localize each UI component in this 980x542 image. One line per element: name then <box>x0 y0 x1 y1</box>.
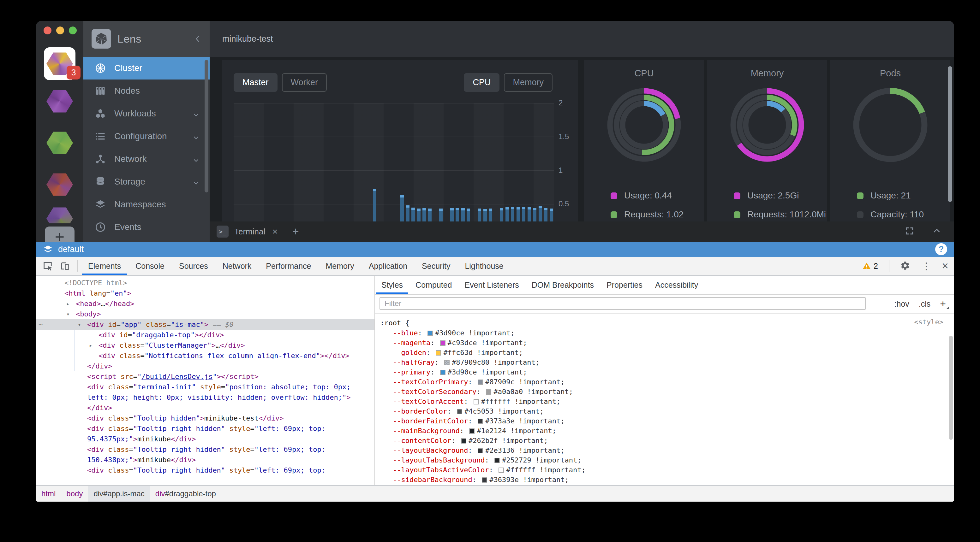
breadcrumb-item[interactable]: html <box>36 486 61 502</box>
dom-node-line[interactable]: <div class="Tooltip right hidden" style=… <box>36 423 374 434</box>
dom-node-line[interactable]: <div class="terminal-init" style="positi… <box>36 382 374 392</box>
devtools-tab-memory[interactable]: Memory <box>318 257 361 275</box>
devtools-tab-security[interactable]: Security <box>415 257 458 275</box>
dom-node-line[interactable]: <div id="draggable-top"></div> <box>36 330 374 340</box>
dom-node-line[interactable]: <html lang="en"> <box>36 288 374 298</box>
sidebar-item-configuration[interactable]: Configuration <box>83 125 210 147</box>
dom-node-line[interactable]: <div class="Tooltip right hidden" style=… <box>36 444 374 455</box>
namespace-name[interactable]: default <box>58 244 84 254</box>
styles-filter-input[interactable] <box>380 297 866 310</box>
dom-node-line[interactable]: </div> <box>36 361 374 371</box>
cluster-green-icon[interactable] <box>44 131 75 155</box>
expand-arrow-closed-icon[interactable]: ▸ <box>66 298 70 309</box>
cluster-purple-icon[interactable] <box>44 90 75 113</box>
console-warning-badge[interactable]: 2 <box>862 261 878 271</box>
css-variable-line[interactable]: --borderFaintColor: #373a3e !important; <box>380 416 954 426</box>
sidebar-item-cluster[interactable]: Cluster <box>83 57 210 79</box>
zoom-button[interactable] <box>69 27 77 34</box>
css-variable-line[interactable]: --textColorSecondary: #a0a0a0 !important… <box>380 387 954 396</box>
devtools-tab-sources[interactable]: Sources <box>172 257 215 275</box>
color-swatch[interactable] <box>461 438 466 444</box>
expand-arrow-open-icon[interactable]: ▾ <box>66 309 70 319</box>
expand-arrow-closed-icon[interactable]: ▸ <box>89 340 92 350</box>
styles-tab-styles[interactable]: Styles <box>375 276 409 294</box>
node-options-icon[interactable]: ⋯ <box>38 319 43 330</box>
sidebar-scrollbar[interactable] <box>205 60 208 192</box>
sidebar-item-network[interactable]: Network <box>83 147 210 170</box>
dom-node-line[interactable]: ▸<div class="ClusterManager">…</div> <box>36 340 374 350</box>
color-swatch[interactable] <box>440 341 445 346</box>
css-rules[interactable]: :root { <style> --blue: #3d90ce !importa… <box>375 314 954 502</box>
color-swatch[interactable] <box>444 360 450 365</box>
content-scrollbar[interactable] <box>948 66 952 202</box>
dom-node-selected[interactable]: ⋯▾<div id="app" class="is-mac"> == $0 <box>36 319 374 330</box>
dom-node-line[interactable]: <div class="Tooltip hidden">minikube-tes… <box>36 413 374 423</box>
sidebar-item-nodes[interactable]: Nodes <box>83 79 210 102</box>
css-variable-line[interactable]: --layoutTabsActiveColor: #ffffff !import… <box>380 465 954 475</box>
css-variable-line[interactable]: --halfGray: #87909c80 !important; <box>380 357 954 367</box>
dom-node-line[interactable]: <div class="Notifications flex column al… <box>36 350 374 361</box>
elements-tree[interactable]: <!DOCTYPE html><html lang="en">▸<head>…<… <box>36 276 374 486</box>
styles-tab-properties[interactable]: Properties <box>600 276 649 294</box>
color-swatch[interactable] <box>457 409 462 414</box>
css-variable-line[interactable]: --layoutTabsBackground: #252729 !importa… <box>380 455 954 465</box>
class-toggle[interactable]: .cls <box>919 300 931 309</box>
color-swatch[interactable] <box>474 399 479 404</box>
color-swatch[interactable] <box>495 458 500 463</box>
devtools-tab-application[interactable]: Application <box>361 257 415 275</box>
terminal-close-icon[interactable]: × <box>272 226 278 237</box>
node-tab-worker[interactable]: Worker <box>282 73 327 92</box>
color-swatch[interactable] <box>469 428 474 434</box>
devtools-tab-network[interactable]: Network <box>215 257 259 275</box>
devtools-tab-console[interactable]: Console <box>128 257 172 275</box>
pseudo-state-toggle[interactable]: :hov <box>894 300 909 309</box>
styles-tab-event-listeners[interactable]: Event Listeners <box>458 276 525 294</box>
styles-tab-accessibility[interactable]: Accessibility <box>649 276 705 294</box>
color-swatch[interactable] <box>478 448 483 453</box>
css-variable-line[interactable]: --contentColor: #262b2f !important; <box>380 436 954 445</box>
devtools-tab-lighthouse[interactable]: Lighthouse <box>458 257 511 275</box>
devtools-settings-icon[interactable] <box>900 261 911 271</box>
breadcrumb-item[interactable]: div#draggable-top <box>150 486 221 502</box>
css-variable-line[interactable]: --magenta: #c93dce !important; <box>380 338 954 348</box>
dom-node-line[interactable]: </div> <box>36 403 374 413</box>
css-variable-line[interactable]: --textColorAccent: #ffffff !important; <box>380 396 954 406</box>
styles-tab-dom-breakpoints[interactable]: DOM Breakpoints <box>525 276 600 294</box>
color-swatch[interactable] <box>428 331 433 336</box>
css-source-link[interactable]: <style> <box>914 318 943 326</box>
dom-node-line[interactable]: 95.4375px;">minikube</div> <box>36 434 374 444</box>
styles-tab-computed[interactable]: Computed <box>409 276 458 294</box>
device-toolbar-icon[interactable] <box>59 261 70 271</box>
cluster-partial-icon[interactable] <box>44 207 75 223</box>
sidebar-item-events[interactable]: Events <box>83 216 210 239</box>
css-variable-line[interactable]: --blue: #3d90ce !important; <box>380 328 954 338</box>
minimize-button[interactable] <box>56 27 64 34</box>
devtools-menu-icon[interactable]: ⋮ <box>921 261 931 272</box>
devtools-tab-elements[interactable]: Elements <box>81 257 128 275</box>
devtools-tab-performance[interactable]: Performance <box>259 257 318 275</box>
sidebar-item-namespaces[interactable]: Namespaces <box>83 193 210 216</box>
metric-tab-memory[interactable]: Memory <box>504 73 552 92</box>
close-button[interactable] <box>44 27 51 34</box>
color-swatch[interactable] <box>478 418 483 424</box>
dom-node-line[interactable]: <!DOCTYPE html> <box>36 277 374 288</box>
color-swatch[interactable] <box>440 370 445 375</box>
css-variable-line[interactable]: --primary: #3d90ce !important; <box>380 367 954 377</box>
color-swatch[interactable] <box>482 477 487 483</box>
help-icon[interactable]: ? <box>935 243 947 255</box>
sidebar-collapse-icon[interactable] <box>193 33 203 46</box>
sidebar-item-workloads[interactable]: Workloads <box>83 102 210 125</box>
breadcrumb-item[interactable]: body <box>61 486 88 502</box>
dock-collapse-icon[interactable] <box>932 226 942 237</box>
css-variable-line[interactable]: --textColorPrimary: #87909c !important; <box>380 377 954 387</box>
css-variable-line[interactable]: --borderColor: #4c5053 !important; <box>380 406 954 416</box>
css-variable-line[interactable]: --golden: #ffc63d !important; <box>380 348 954 357</box>
dom-node-line[interactable]: ▾<body> <box>36 309 374 319</box>
dom-node-line[interactable]: <div class="Tooltip right hidden" style=… <box>36 465 374 475</box>
sidebar-item-storage[interactable]: Storage <box>83 170 210 193</box>
styles-scrollbar[interactable] <box>949 336 953 440</box>
dom-node-line[interactable]: <script src="/build/LensDev.js"></script… <box>36 371 374 382</box>
color-swatch[interactable] <box>486 389 491 395</box>
dom-node-line[interactable]: 150.438px;">minikube</div> <box>36 455 374 465</box>
node-tab-master[interactable]: Master <box>234 73 277 92</box>
